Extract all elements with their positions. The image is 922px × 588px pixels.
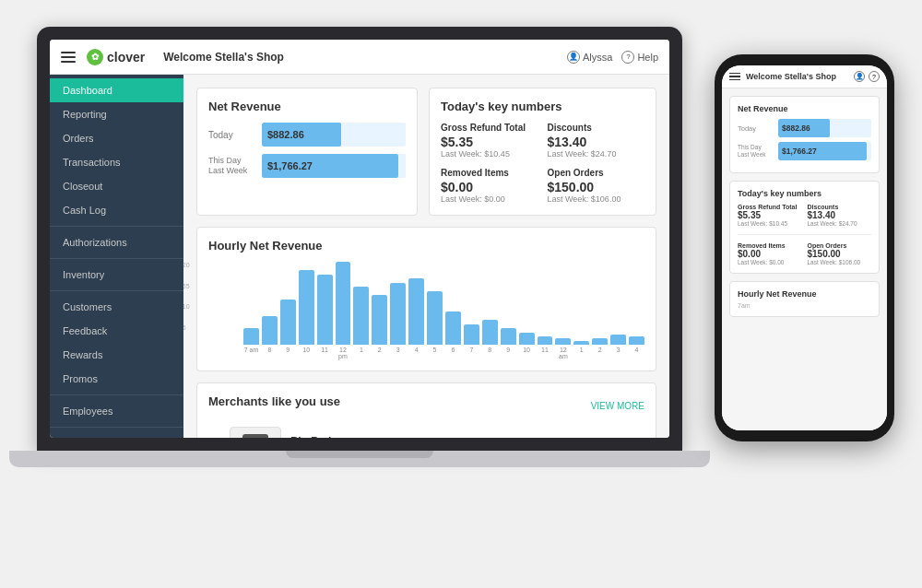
- app-header: clover Welcome Stella's Shop 👤 Alyssa ? …: [50, 40, 669, 75]
- chart-bar: [464, 324, 479, 346]
- terminal-icon: [239, 432, 272, 438]
- hamburger-icon[interactable]: [61, 52, 76, 63]
- kn-label-2: Removed Items: [441, 168, 538, 178]
- phone-lastweek-row: This Day Last Week $1,766.27: [738, 142, 871, 160]
- merchant-image: [230, 427, 281, 438]
- phone-header-icons: 👤 ?: [854, 71, 880, 82]
- sidebar-item-reporting[interactable]: Reporting: [50, 102, 183, 126]
- today-rev-row: Today $882.86: [208, 123, 406, 147]
- phone-lastweek-value: $1,766.27: [782, 147, 817, 156]
- chart-label: 4: [408, 347, 424, 359]
- kn-label-0: Gross Refund Total: [441, 123, 538, 133]
- chart-bar: [592, 338, 608, 345]
- top-row: Net Revenue Today $882.86 This Day: [196, 88, 656, 216]
- logo-text: clover: [107, 50, 145, 65]
- logo: clover: [87, 49, 145, 65]
- chart-label: 10: [299, 347, 314, 359]
- sidebar-item-cashlog[interactable]: Cash Log: [50, 198, 183, 222]
- sidebar-item-authorizations[interactable]: Authorizations: [50, 230, 183, 254]
- phone-help-icon[interactable]: ?: [869, 71, 880, 82]
- chart-bar: [445, 312, 461, 345]
- sidebar-item-feedback[interactable]: Feedback: [50, 319, 183, 343]
- chart-bar: [317, 275, 333, 346]
- phone-hourly-sub: 7am: [738, 302, 871, 309]
- user-button[interactable]: 👤 Alyssa: [567, 51, 612, 64]
- chart-label: 10: [519, 347, 535, 359]
- chart-label: 3: [390, 347, 406, 359]
- phone-kn-item-3: Open Orders $150.00 Last Week: $106.00: [808, 242, 872, 265]
- merchants-header: Merchants like you use VIEW MORE: [208, 394, 644, 417]
- sidebar-divider-2: [50, 258, 183, 259]
- chart-bar: [629, 336, 644, 345]
- chart-labels: 7 am89101112 pm123456789101112 am1234: [243, 347, 644, 359]
- phone-hamburger-icon[interactable]: [729, 73, 740, 81]
- kn-item-0: Gross Refund Total $5.35 Last Week: $10.…: [441, 123, 538, 159]
- chart-label: 7: [464, 347, 479, 359]
- sidebar-item-promos[interactable]: Promos: [50, 367, 183, 391]
- chart-label: 2: [592, 347, 608, 359]
- phone-net-revenue-title: Net Revenue: [738, 104, 871, 113]
- kn-sub-0: Last Week: $10.45: [441, 149, 538, 159]
- sidebar-item-closeout[interactable]: Closeout: [50, 174, 183, 198]
- kn-value-1: $13.40: [548, 135, 645, 149]
- chart-y-labels: $220 $165 $110 $55: [183, 262, 190, 345]
- scene: clover Welcome Stella's Shop 👤 Alyssa ? …: [18, 18, 904, 570]
- help-button[interactable]: ? Help: [621, 51, 658, 64]
- hourly-chart-title: Hourly Net Revenue: [208, 239, 644, 253]
- merchant-info: Pin Pad by Clover Take debit card and EM…: [290, 435, 439, 438]
- chart-label: 6: [445, 347, 461, 359]
- user-label: Alyssa: [583, 52, 612, 63]
- kn-label-3: Open Orders: [548, 168, 645, 178]
- sidebar-item-online[interactable]: Online: [50, 431, 183, 438]
- main-content: Net Revenue Today $882.86 This Day: [183, 75, 669, 438]
- sidebar-item-customers[interactable]: Customers: [50, 295, 183, 319]
- phone-body: Net Revenue Today $882.86 This Day Last …: [722, 88, 887, 430]
- clover-logo-icon: [87, 49, 103, 65]
- sidebar-item-transactions[interactable]: Transactions: [50, 150, 183, 174]
- help-icon: ?: [621, 51, 634, 64]
- key-numbers-title: Today's key numbers: [441, 100, 644, 113]
- chart-bar: [299, 270, 314, 345]
- sidebar-item-orders[interactable]: Orders: [50, 126, 183, 150]
- chart-label: 1: [573, 347, 589, 359]
- merchants-card: Merchants like you use VIEW MORE ‹: [196, 382, 656, 438]
- header-actions: 👤 Alyssa ? Help: [567, 51, 658, 64]
- kn-sub-1: Last Week: $24.70: [548, 149, 645, 159]
- sidebar-item-dashboard[interactable]: Dashboard: [50, 78, 183, 102]
- kn-sub-2: Last Week: $0.00: [441, 194, 538, 204]
- kn-sub-3: Last Week: $106.00: [548, 194, 645, 204]
- chart-bar: [390, 283, 406, 346]
- phone-kn-grid: Gross Refund Total $5.35 Last Week: $10.…: [738, 204, 871, 265]
- chart-bar: [280, 300, 296, 346]
- chart-label: 9: [280, 347, 296, 359]
- chart-bar: [353, 287, 369, 345]
- sidebar-item-employees[interactable]: Employees: [50, 399, 183, 423]
- today-value: $882.86: [267, 129, 304, 140]
- merchant-item: ‹: [208, 427, 644, 438]
- chart-bar: [262, 316, 278, 346]
- sidebar-item-inventory[interactable]: Inventory: [50, 263, 183, 287]
- chart-label: 5: [427, 347, 443, 359]
- chart-bar: [519, 333, 535, 346]
- chart-label: 11: [538, 347, 553, 359]
- phone-user-icon[interactable]: 👤: [854, 71, 865, 82]
- phone-key-numbers-title: Today's key numbers: [738, 189, 871, 198]
- merchants-title: Merchants like you use: [208, 394, 340, 408]
- chart-bar: [243, 328, 259, 345]
- kn-item-3: Open Orders $150.00 Last Week: $106.00: [548, 168, 645, 204]
- view-more-link[interactable]: VIEW MORE: [591, 401, 644, 411]
- user-icon: 👤: [567, 51, 580, 64]
- lastweek-label: This Day Last Week: [208, 156, 254, 176]
- lastweek-value: $1,766.27: [267, 160, 313, 171]
- kn-label-1: Discounts: [548, 123, 645, 133]
- chart-label: 4: [629, 347, 644, 359]
- sidebar-item-rewards[interactable]: Rewards: [50, 343, 183, 367]
- chart-label: 2: [372, 347, 387, 359]
- phone-today-row: Today $882.86: [738, 119, 871, 137]
- merchant-name: Pin Pad: [290, 435, 439, 438]
- phone-header: Welcome Stella's Shop 👤 ?: [722, 65, 887, 88]
- net-revenue-card: Net Revenue Today $882.86 This Day: [196, 88, 418, 216]
- sidebar-divider-4: [50, 394, 183, 395]
- laptop: clover Welcome Stella's Shop 👤 Alyssa ? …: [37, 27, 701, 543]
- net-revenue-title: Net Revenue: [208, 100, 406, 113]
